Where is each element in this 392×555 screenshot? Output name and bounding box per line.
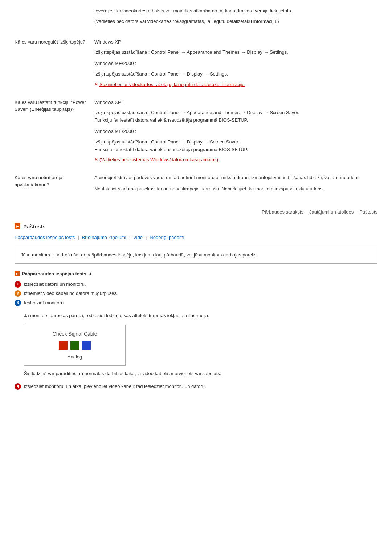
faq-powersaver-answer: Windows XP : Izšķirtspējas uzstādīšana :… — [94, 99, 377, 164]
nav-jautajumi[interactable]: Jautājumi un atbildes — [309, 209, 354, 215]
tab-environment[interactable]: Vide — [133, 235, 143, 240]
step-1-number: 1 — [15, 281, 21, 288]
faq-cleaning-question: Kā es varu notīrīt ārējo apvalku/ekrānu? — [15, 174, 94, 196]
pastests-section: Paštests Pašpārbaudes iespējas tests | B… — [15, 223, 377, 390]
step-4-number: 4 — [15, 383, 21, 390]
step-2-text: Izņemiet video kabeli no datora mugurpus… — [24, 290, 118, 297]
pastests-icon — [15, 223, 20, 229]
square-red — [59, 341, 68, 350]
pastests-title: Paštests — [23, 223, 46, 230]
tab-sep2: | — [129, 235, 130, 240]
subsection-header: Pašpārbaudes iespējas tests ▲ — [15, 271, 377, 276]
nav-pastests[interactable]: Paštests — [359, 209, 377, 215]
subsection-icon — [15, 271, 20, 276]
step-1-text: Izslēdziet datoru un monitoru. — [24, 281, 86, 288]
powersaver-xp-label: Windows XP : — [94, 99, 377, 106]
tab-selftest[interactable]: Pašpārbaudes iespējas tests — [15, 235, 75, 240]
step-1: 1 Izslēdziet datoru un monitoru. — [15, 281, 377, 288]
bottom-nav: Pārbaudes saraksts Jautājumi un atbildes… — [15, 206, 377, 215]
triangle-up-icon: ▲ — [89, 271, 93, 276]
info-box-text: Jūsu monitors ir nodrošināts ar pašpārba… — [21, 251, 371, 259]
step-3: 3 Ieslēdziet monitoru — [15, 299, 377, 307]
signal-box: Check Signal Cable Analog — [24, 325, 126, 366]
step-4-text: Izslēdziet monitoru, un atkal pievienoji… — [24, 383, 206, 390]
resolution-me-label: Windows ME/2000 : — [94, 60, 377, 68]
intro-line1: Ievērojiet, ka videokartes atbalsts var … — [94, 7, 377, 15]
powersaver-xp-text: Izšķirtspējas uzstādīšana : Control Pane… — [94, 109, 377, 124]
faq-resolution-block: Kā es varu noregulēt izšķirtspēju? Windo… — [15, 39, 377, 89]
signal-squares — [30, 341, 119, 350]
step-2-number: 2 — [15, 290, 21, 297]
pastests-header: Paštests — [15, 223, 377, 230]
tab-sep3: | — [146, 235, 147, 240]
cleaning-para1: Atvienojiet strāvas padeves vadu, un tad… — [94, 174, 377, 182]
intro-line2: (Vadieties pēc datora vai videokartes ro… — [94, 18, 377, 25]
square-green — [70, 341, 79, 350]
step-3-text: Ieslēdziet monitoru — [24, 299, 64, 307]
pastests-tab-nav: Pašpārbaudes iespējas tests | Brīdinājum… — [15, 235, 377, 240]
resolution-xp-text: Izšķirtspējas uzstādīšana : Control Pane… — [94, 49, 377, 56]
signal-caption: Šis lodziņš var parādīties arī normālas … — [24, 370, 377, 378]
faq-resolution-answer: Windows XP : Izšķirtspējas uzstādīšana :… — [94, 39, 377, 89]
resolution-me-text: Izšķirtspējas uzstādīšana : Control Pane… — [94, 70, 377, 78]
steps-list: 1 Izslēdziet datoru un monitoru. 2 Izņem… — [15, 281, 377, 307]
resolution-star-link[interactable]: Sazinieties ar videokartes ražotāju, lai… — [99, 81, 245, 89]
cleaning-para2: Neatstājiet šķīduma paliekas, kā arī nen… — [94, 185, 377, 193]
tab-sep1: | — [78, 235, 79, 240]
step3-caption: Ja monitors darbojas pareizi, redzēsiet … — [24, 312, 377, 320]
step-4: 4 Izslēdziet monitoru, un atkal pievieno… — [15, 383, 377, 390]
faq-answer-intro: Ievērojiet, ka videokartes atbalsts var … — [94, 7, 377, 28]
star-symbol2: ✕ — [94, 156, 98, 163]
analog-label: Analog — [30, 354, 119, 360]
tab-tips[interactable]: Noderīgi padomi — [150, 235, 184, 240]
subsection-title: Pašpārbaudes iespējas tests — [22, 271, 86, 276]
nav-parbaudes[interactable]: Pārbaudes saraksts — [262, 209, 303, 215]
signal-box-title: Check Signal Cable — [30, 331, 119, 337]
faq-cleaning-answer: Atvienojiet strāvas padeves vadu, un tad… — [94, 174, 377, 196]
faq-resolution-question: Kā es varu noregulēt izšķirtspēju? — [15, 39, 94, 89]
pastests-info-box: Jūsu monitors ir nodrošināts ar pašpārba… — [15, 247, 377, 264]
tab-warnings[interactable]: Brīdinājuma Ziņojumi — [82, 235, 126, 240]
faq-powersaver-question: Kā es varu iestatīt funkciju "Power Save… — [15, 99, 94, 164]
square-blue — [82, 341, 91, 350]
faq-question-empty — [15, 7, 94, 28]
powersaver-me-text: Izšķirtspējas uzstādīšana : Control Pane… — [94, 138, 377, 154]
powersaver-star-note: ✕ (Vadieties pēc sistēmas Windows/datora… — [94, 156, 377, 164]
powersaver-star-link[interactable]: (Vadieties pēc sistēmas Windows/datora r… — [99, 156, 220, 164]
resolution-xp-label: Windows XP : — [94, 39, 377, 46]
star-symbol: ✕ — [94, 81, 98, 88]
powersaver-me-label: Windows ME/2000 : — [94, 128, 377, 135]
faq-cleaning-block: Kā es varu notīrīt ārējo apvalku/ekrānu?… — [15, 174, 377, 196]
faq-powersaver-block: Kā es varu iestatīt funkciju "Power Save… — [15, 99, 377, 164]
step-2: 2 Izņemiet video kabeli no datora mugurp… — [15, 290, 377, 297]
faq-intro-block: Ievērojiet, ka videokartes atbalsts var … — [15, 7, 377, 28]
step-3-number: 3 — [15, 300, 21, 306]
resolution-star-note: ✕ Sazinieties ar videokartes ražotāju, l… — [94, 81, 377, 89]
